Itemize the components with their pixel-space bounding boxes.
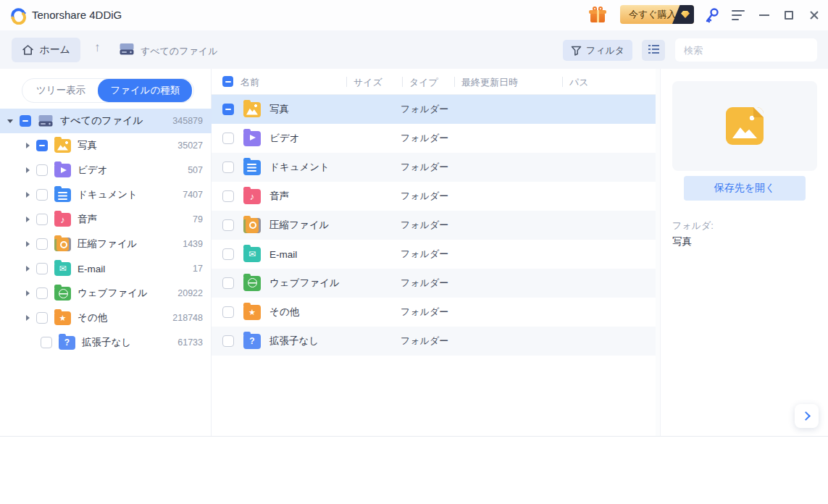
table-header: 名前 サイズ タイプ 最終更新日時 パス: [212, 69, 656, 95]
column-size[interactable]: サイズ: [354, 76, 382, 89]
table-row-archives[interactable]: 圧縮ファイル フォルダー: [212, 211, 656, 240]
close-button[interactable]: [802, 0, 827, 30]
expand-caret-icon[interactable]: [26, 217, 30, 222]
row-checkbox[interactable]: [222, 133, 234, 144]
tree-item-count: 345879: [172, 116, 203, 126]
checkbox-webfiles[interactable]: [36, 287, 48, 299]
minimize-button[interactable]: [752, 0, 777, 30]
tree-item-audio[interactable]: 音声 79: [0, 207, 212, 232]
column-divider: [402, 77, 403, 87]
table-row-documents[interactable]: ドキュメント フォルダー: [212, 153, 656, 182]
column-divider: [562, 77, 563, 87]
table-row-others[interactable]: その他 フォルダー: [212, 298, 656, 327]
checkbox-others[interactable]: [36, 312, 48, 324]
tree-item-label: すべてのファイル: [60, 114, 143, 127]
archive-icon: [243, 218, 261, 233]
table-row-no-extension[interactable]: 拡張子なし フォルダー: [212, 327, 656, 356]
expand-caret-icon[interactable]: [26, 167, 30, 173]
license-key-icon[interactable]: [704, 7, 720, 24]
filter-funnel-icon: [571, 46, 582, 56]
search-input[interactable]: [675, 45, 817, 56]
collapse-caret-icon[interactable]: [7, 119, 13, 123]
tree-item-others[interactable]: その他 218748: [0, 306, 212, 330]
row-type: フォルダー: [401, 103, 448, 116]
drive-icon: [119, 43, 135, 56]
filter-label: フィルタ: [586, 44, 624, 57]
tree-item-webfiles[interactable]: ウェブファイル 20922: [0, 281, 212, 306]
tree-item-photos[interactable]: 写真 35027: [0, 133, 212, 158]
row-type: フォルダー: [401, 335, 448, 348]
column-modified[interactable]: 最終更新日時: [461, 76, 518, 89]
row-checkbox[interactable]: [222, 248, 234, 260]
row-name: E-mail: [269, 249, 297, 260]
tree-item-label: E-mail: [78, 264, 105, 274]
tree-item-archives[interactable]: 圧縮ファイル 1439: [0, 232, 212, 256]
table-row-email[interactable]: E-mail フォルダー: [212, 240, 656, 269]
home-button[interactable]: ホーム: [12, 38, 80, 62]
row-type: フォルダー: [401, 161, 448, 174]
next-page-button[interactable]: [795, 404, 819, 428]
sidebar-view-tabs: ツリー表示 ファイルの種類: [22, 78, 194, 103]
checkbox-no-extension[interactable]: [41, 337, 52, 348]
preview-panel: 保存先を開く フォルダ: 写真: [661, 69, 828, 436]
checkbox-photos[interactable]: [36, 140, 48, 151]
tree-item-label: ウェブファイル: [78, 287, 148, 300]
filter-button[interactable]: フィルタ: [563, 40, 632, 61]
expand-caret-icon[interactable]: [26, 315, 30, 321]
gift-icon[interactable]: [589, 7, 606, 24]
expand-caret-icon[interactable]: [26, 290, 30, 296]
select-all-checkbox[interactable]: [222, 76, 233, 87]
menu-icon[interactable]: [732, 10, 745, 23]
home-icon: [22, 44, 34, 56]
expand-caret-icon[interactable]: [26, 241, 30, 247]
column-path[interactable]: パス: [569, 76, 589, 89]
maximize-button[interactable]: [777, 0, 801, 30]
tree-item-email[interactable]: E-mail 17: [0, 256, 212, 281]
tree-item-documents[interactable]: ドキュメント 7407: [0, 182, 212, 207]
row-checkbox[interactable]: [222, 277, 234, 289]
tree-item-label: 音声: [78, 213, 97, 226]
view-mode-button[interactable]: [642, 40, 665, 61]
row-checkbox[interactable]: [222, 161, 234, 173]
table-row-videos[interactable]: ビデオ フォルダー: [212, 124, 656, 153]
checkbox-all-files[interactable]: [20, 115, 31, 127]
checkbox-archives[interactable]: [36, 238, 48, 250]
expand-caret-icon[interactable]: [26, 143, 30, 148]
scrollbar-track[interactable]: [656, 69, 661, 436]
tree-item-all-files[interactable]: すべてのファイル 345879: [0, 109, 212, 133]
tree-item-no-extension[interactable]: 拡張子なし 61733: [0, 330, 212, 355]
home-label: ホーム: [39, 43, 70, 56]
app-logo-icon: [9, 7, 28, 25]
row-type: フォルダー: [401, 219, 448, 232]
expand-caret-icon[interactable]: [26, 192, 30, 198]
row-checkbox[interactable]: [222, 306, 234, 318]
status-bar: 10% ファーストスキャンが完了した。ディープスキャンでより多くのデータを見つけ…: [0, 436, 828, 504]
row-checkbox[interactable]: [222, 219, 234, 231]
checkbox-audio[interactable]: [36, 214, 48, 225]
tree-item-videos[interactable]: ビデオ 507: [0, 158, 212, 182]
tab-tree-view[interactable]: ツリー表示: [24, 79, 98, 102]
folder-name: 写真: [672, 235, 692, 248]
column-name[interactable]: 名前: [241, 76, 259, 89]
checkbox-videos[interactable]: [36, 164, 48, 176]
checkbox-documents[interactable]: [36, 189, 48, 201]
row-checkbox[interactable]: [222, 190, 234, 202]
expand-caret-icon[interactable]: [26, 266, 30, 272]
row-type: フォルダー: [401, 277, 448, 290]
row-checkbox[interactable]: [222, 104, 234, 115]
up-level-icon[interactable]: ↑: [94, 41, 101, 55]
table-row-webfiles[interactable]: ウェブファイル フォルダー: [212, 269, 656, 298]
table-row-photos[interactable]: 写真 フォルダー: [212, 95, 656, 124]
maximize-icon: [785, 11, 793, 20]
tab-file-types[interactable]: ファイルの種類: [98, 79, 192, 102]
buy-now-button[interactable]: 今すぐ購入: [620, 5, 694, 24]
table-row-audio[interactable]: 音声 フォルダー: [212, 182, 656, 211]
checkbox-email[interactable]: [36, 263, 48, 274]
web-icon: [243, 276, 261, 291]
row-checkbox[interactable]: [222, 335, 234, 347]
open-destination-button[interactable]: 保存先を開く: [684, 176, 806, 201]
column-type[interactable]: タイプ: [409, 76, 438, 89]
gem-icon: [681, 11, 690, 18]
breadcrumb[interactable]: すべてのファイル: [141, 45, 217, 58]
other-icon: [243, 305, 261, 320]
